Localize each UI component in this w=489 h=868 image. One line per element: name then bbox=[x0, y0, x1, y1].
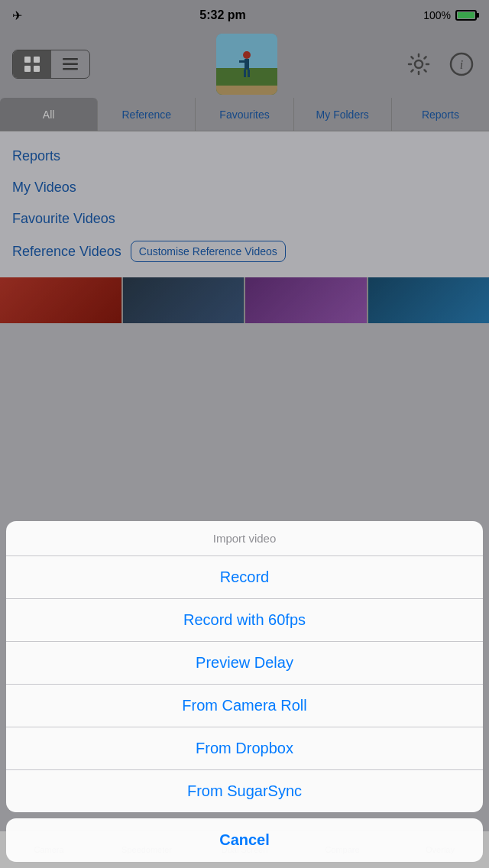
action-camera-roll[interactable]: From Camera Roll bbox=[6, 685, 483, 727]
action-preview-delay[interactable]: Preview Delay bbox=[6, 642, 483, 685]
action-sugarsync[interactable]: From SugarSync bbox=[6, 770, 483, 812]
action-record-60fps[interactable]: Record with 60fps bbox=[6, 599, 483, 642]
modal-overlay: Import video Record Record with 60fps Pr… bbox=[0, 0, 489, 868]
action-sheet: Import video Record Record with 60fps Pr… bbox=[0, 521, 489, 868]
action-record[interactable]: Record bbox=[6, 556, 483, 599]
action-dropbox[interactable]: From Dropbox bbox=[6, 727, 483, 770]
action-sheet-cancel: Cancel bbox=[6, 818, 483, 862]
action-sheet-main: Import video Record Record with 60fps Pr… bbox=[6, 521, 483, 812]
action-sheet-title: Import video bbox=[6, 521, 483, 556]
cancel-button[interactable]: Cancel bbox=[6, 818, 483, 862]
